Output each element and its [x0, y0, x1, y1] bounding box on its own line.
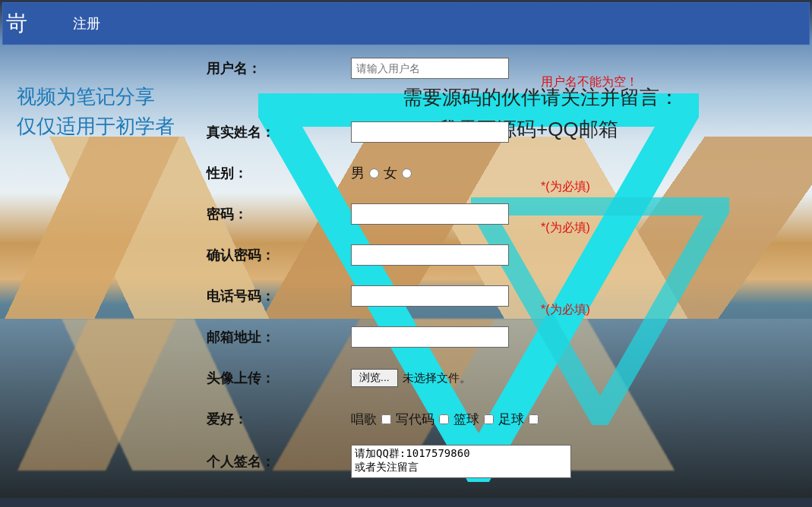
avatar-browse-button[interactable]: 浏览...	[351, 369, 398, 387]
hobby-basketball-label: 篮球	[453, 411, 479, 428]
gender-label: 性别：	[207, 164, 351, 182]
row-signature: 个人签名：	[207, 445, 782, 478]
gender-female-label: 女	[384, 164, 397, 182]
row-username: 用户名： 用户名不能为空！	[207, 53, 782, 83]
hobby-label: 爱好：	[207, 410, 351, 428]
left-note-line1: 视频为笔记分享	[17, 82, 175, 112]
confirm-required: *(为必填)	[541, 220, 590, 236]
row-gender: 性别： 男 女	[207, 158, 782, 188]
left-note-line2: 仅仅适用于初学者	[17, 112, 175, 141]
row-hobby: 爱好： 唱歌 写代码 篮球 足球	[207, 404, 782, 434]
email-required: *(为必填)	[541, 302, 590, 318]
password-label: 密码：	[207, 205, 351, 223]
password-required: *(为必填)	[541, 179, 590, 195]
bottom-strip	[0, 498, 812, 507]
realname-label: 真实姓名：	[207, 123, 351, 141]
row-avatar: 头像上传： 浏览... 未选择文件。	[207, 363, 782, 393]
hobby-sing-label: 唱歌	[351, 411, 377, 428]
username-error: 用户名不能为空！	[541, 74, 638, 90]
nav-register[interactable]: 注册	[73, 14, 100, 33]
realname-input[interactable]	[351, 121, 509, 143]
hobby-basketball-checkbox[interactable]	[484, 414, 494, 424]
logo-text: 岢	[6, 9, 27, 38]
signature-textarea[interactable]	[351, 445, 571, 478]
username-label: 用户名：	[207, 59, 351, 77]
phone-label: 电话号码：	[207, 287, 351, 305]
row-email: *(为必填) 邮箱地址：	[207, 322, 782, 352]
hobby-code-label: 写代码	[396, 411, 434, 428]
top-nav: 岢 注册	[2, 2, 810, 45]
confirm-label: 确认密码：	[207, 246, 351, 264]
password-input[interactable]	[351, 203, 509, 225]
email-label: 邮箱地址：	[207, 328, 351, 346]
gender-male-radio[interactable]	[369, 168, 379, 178]
gender-female-radio[interactable]	[402, 168, 412, 178]
username-input[interactable]	[351, 58, 509, 79]
hobby-code-checkbox[interactable]	[439, 414, 449, 424]
avatar-file-status: 未选择文件。	[403, 371, 471, 386]
row-confirm-password: *(为必填) 确认密码：	[207, 240, 782, 270]
signature-label: 个人签名：	[207, 452, 351, 471]
registration-form: 用户名： 用户名不能为空！ 真实姓名： 性别： 男 女 *(为必填) 密码： *…	[207, 53, 782, 492]
left-overlay-note: 视频为笔记分享 仅仅适用于初学者	[17, 82, 175, 141]
gender-male-label: 男	[351, 164, 365, 182]
row-password: *(为必填) 密码：	[207, 199, 782, 229]
hobby-football-checkbox[interactable]	[529, 414, 539, 424]
avatar-label: 头像上传：	[207, 369, 351, 387]
row-phone: 电话号码：	[207, 281, 782, 311]
hobby-sing-checkbox[interactable]	[381, 414, 391, 424]
phone-input[interactable]	[351, 285, 509, 307]
email-input[interactable]	[351, 326, 509, 348]
hobby-football-label: 足球	[498, 411, 524, 428]
row-realname: 真实姓名：	[207, 117, 782, 147]
confirm-password-input[interactable]	[351, 244, 509, 266]
